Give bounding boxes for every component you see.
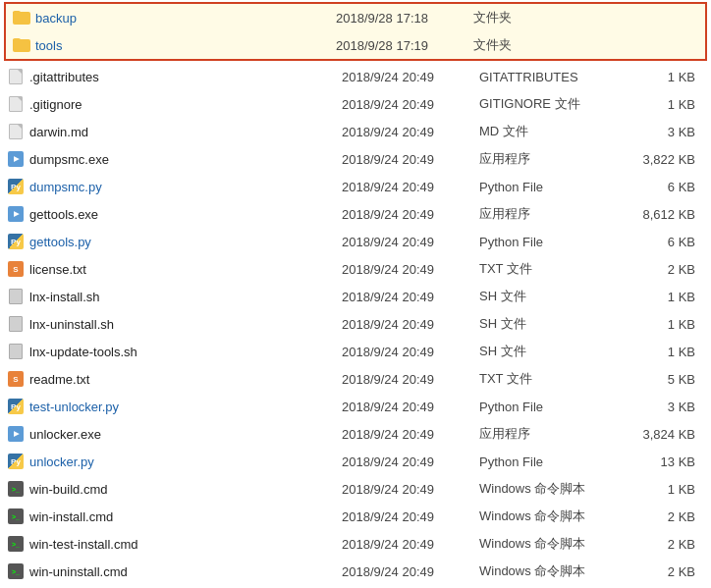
file-date: 2018/9/24 20:49 [334, 97, 471, 112]
file-date: 2018/9/24 20:49 [334, 180, 471, 194]
cmd-icon: >_ [4, 563, 27, 579]
file-name: darwin.md [27, 125, 334, 139]
file-size: 6 KB [629, 235, 707, 249]
file-type: TXT 文件 [471, 370, 629, 388]
file-name-link[interactable]: gettools.py [29, 235, 91, 249]
file-type: GITIGNORE 文件 [471, 95, 629, 113]
table-row[interactable]: >_ win-uninstall.cmd 2018/9/24 20:49 Win… [0, 558, 711, 585]
file-name[interactable]: tools [33, 38, 328, 53]
file-date: 2018/9/24 20:49 [334, 427, 471, 442]
file-type: 文件夹 [465, 36, 623, 54]
table-row[interactable]: darwin.md 2018/9/24 20:49 MD 文件 3 KB [0, 118, 711, 145]
file-icon [4, 69, 27, 84]
python-icon: Py [4, 179, 27, 194]
file-name: win-build.cmd [27, 482, 334, 497]
file-type: 应用程序 [471, 425, 629, 443]
file-date: 2018/9/24 20:49 [334, 537, 471, 552]
file-type: Python File [471, 235, 629, 249]
sh-icon [4, 289, 27, 304]
table-row[interactable]: lnx-install.sh 2018/9/24 20:49 SH 文件 1 K… [0, 283, 711, 310]
table-row[interactable]: tools 2018/9/28 17:19 文件夹 [6, 31, 705, 59]
cmd-icon: >_ [4, 536, 27, 552]
table-row[interactable]: >_ win-build.cmd 2018/9/24 20:49 Windows… [0, 475, 711, 503]
file-name[interactable]: unlocker.py [27, 454, 334, 469]
file-type: Python File [471, 400, 629, 414]
python-icon: Py [4, 454, 27, 469]
file-date: 2018/9/24 20:49 [334, 70, 471, 84]
file-name-link[interactable]: dumpsmc.py [29, 180, 102, 194]
cmd-icon: >_ [4, 508, 27, 524]
file-icon [4, 124, 27, 139]
table-row[interactable]: ▶ unlocker.exe 2018/9/24 20:49 应用程序 3,82… [0, 420, 711, 448]
file-type: SH 文件 [471, 315, 629, 333]
table-row[interactable]: Py unlocker.py 2018/9/24 20:49 Python Fi… [0, 448, 711, 475]
file-date: 2018/9/24 20:49 [334, 509, 471, 524]
sh-icon [4, 316, 27, 332]
file-name: win-test-install.cmd [27, 537, 334, 552]
table-row[interactable]: ▶ dumpsmc.exe 2018/9/24 20:49 应用程序 3,822… [0, 145, 711, 173]
file-name-text: win-test-install.cmd [29, 537, 138, 552]
exe-icon: ▶ [4, 426, 27, 442]
table-row[interactable]: Py dumpsmc.py 2018/9/24 20:49 Python Fil… [0, 173, 711, 200]
table-row[interactable]: S readme.txt 2018/9/24 20:49 TXT 文件 5 KB [0, 365, 711, 393]
file-date: 2018/9/24 20:49 [334, 290, 471, 304]
file-size: 2 KB [629, 537, 707, 552]
file-name[interactable]: gettools.py [27, 235, 334, 249]
file-size: 3 KB [629, 125, 707, 139]
sh-icon [4, 344, 27, 359]
file-name-text: .gitignore [29, 97, 82, 112]
file-name-link[interactable]: test-unlocker.py [29, 400, 119, 414]
file-size: 1 KB [629, 317, 707, 332]
file-size: 2 KB [629, 564, 707, 579]
file-size: 1 KB [629, 345, 707, 359]
table-row[interactable]: ▶ gettools.exe 2018/9/24 20:49 应用程序 8,61… [0, 200, 711, 228]
file-date: 2018/9/24 20:49 [334, 125, 471, 139]
file-name-text: unlocker.exe [29, 427, 101, 442]
file-date: 2018/9/24 20:49 [334, 235, 471, 249]
file-name-text: darwin.md [29, 125, 88, 139]
table-row[interactable]: S license.txt 2018/9/24 20:49 TXT 文件 2 K… [0, 255, 711, 283]
file-name[interactable]: dumpsmc.py [27, 180, 334, 194]
table-row[interactable]: lnx-update-tools.sh 2018/9/24 20:49 SH 文… [0, 338, 711, 365]
file-size: 1 KB [629, 70, 707, 84]
txt-icon: S [4, 371, 27, 387]
file-name-text: readme.txt [29, 372, 89, 387]
file-name: win-uninstall.cmd [27, 564, 334, 579]
file-name-text: lnx-uninstall.sh [29, 317, 114, 332]
file-name: unlocker.exe [27, 427, 334, 442]
file-type: SH 文件 [471, 343, 629, 360]
python-icon: Py [4, 399, 27, 414]
file-name[interactable]: backup [33, 11, 328, 26]
file-type: 应用程序 [471, 205, 629, 223]
file-type: 应用程序 [471, 150, 629, 168]
file-name: license.txt [27, 262, 334, 277]
file-type: GITATTRIBUTES [471, 70, 629, 84]
table-row[interactable]: .gitignore 2018/9/24 20:49 GITIGNORE 文件 … [0, 90, 711, 118]
table-row[interactable]: .gitattributes 2018/9/24 20:49 GITATTRIB… [0, 63, 711, 90]
file-name-text: license.txt [29, 262, 86, 277]
folder-icon [10, 38, 33, 52]
file-type: Windows 命令脚本 [471, 535, 629, 553]
txt-icon: S [4, 261, 27, 277]
table-row[interactable]: >_ win-test-install.cmd 2018/9/24 20:49 … [0, 530, 711, 558]
file-rows: .gitattributes 2018/9/24 20:49 GITATTRIB… [0, 63, 711, 588]
table-row[interactable]: lnx-uninstall.sh 2018/9/24 20:49 SH 文件 1… [0, 310, 711, 338]
file-size: 3 KB [629, 400, 707, 414]
file-name-text: .gitattributes [29, 70, 99, 84]
file-name-link[interactable]: unlocker.py [29, 454, 94, 469]
file-name: .gitattributes [27, 70, 334, 84]
highlighted-folders: backup 2018/9/28 17:18 文件夹 tools 2018/9/… [4, 2, 707, 61]
file-name-text: win-install.cmd [29, 509, 113, 524]
table-row[interactable]: >_ win-install.cmd 2018/9/24 20:49 Windo… [0, 503, 711, 530]
file-date: 2018/9/24 20:49 [334, 345, 471, 359]
file-name[interactable]: test-unlocker.py [27, 400, 334, 414]
file-size: 5 KB [629, 372, 707, 387]
file-size: 1 KB [629, 290, 707, 304]
file-name: gettools.exe [27, 207, 334, 222]
file-date: 2018/9/24 20:49 [334, 262, 471, 277]
table-row[interactable]: backup 2018/9/28 17:18 文件夹 [6, 4, 705, 31]
table-row[interactable]: Py test-unlocker.py 2018/9/24 20:49 Pyth… [0, 393, 711, 420]
table-row[interactable]: Py gettools.py 2018/9/24 20:49 Python Fi… [0, 228, 711, 255]
file-list: backup 2018/9/28 17:18 文件夹 tools 2018/9/… [0, 2, 711, 588]
exe-icon: ▶ [4, 206, 27, 222]
